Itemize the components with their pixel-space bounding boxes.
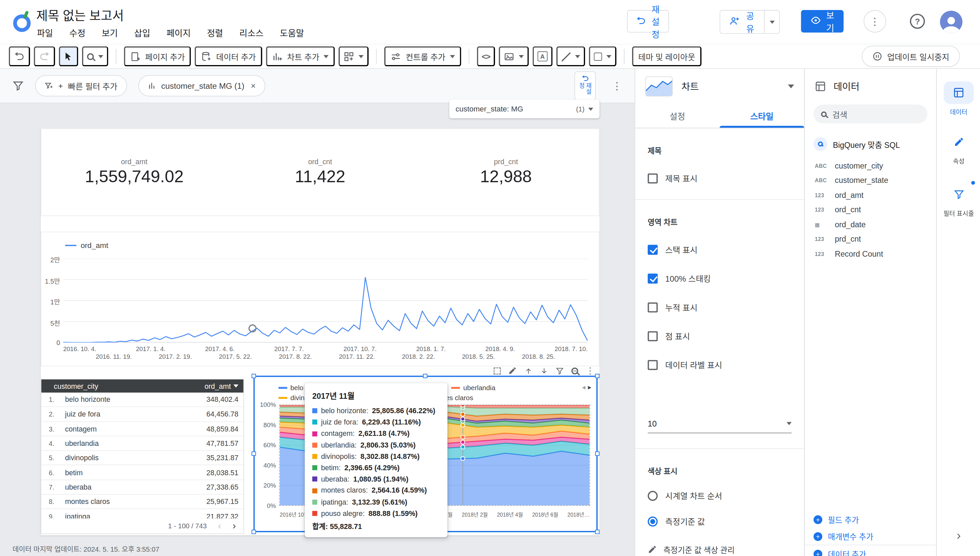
tab-setup[interactable]: 설정 bbox=[635, 103, 719, 128]
filter-icon[interactable] bbox=[556, 367, 564, 375]
field-row[interactable]: 123 prd_cnt bbox=[809, 232, 932, 247]
edit-pencil-icon[interactable] bbox=[508, 367, 517, 375]
report-title[interactable]: 제목 없는 보고서 bbox=[36, 6, 124, 24]
resize-handle[interactable] bbox=[595, 530, 600, 534]
legend-next-icon[interactable]: ▸ bbox=[588, 383, 592, 391]
table-row[interactable]: 4. uberlandia 47,781.57 bbox=[41, 436, 243, 451]
move-down-icon[interactable] bbox=[540, 367, 548, 375]
series-limit-select[interactable]: 10 bbox=[648, 414, 792, 433]
field-row[interactable]: 123 ord_cnt bbox=[809, 202, 932, 217]
redo-button[interactable] bbox=[34, 46, 55, 66]
add-text-button[interactable]: A bbox=[532, 46, 552, 66]
radio-button[interactable] bbox=[648, 491, 658, 501]
resize-handle[interactable] bbox=[251, 451, 256, 456]
checkbox[interactable] bbox=[648, 302, 658, 312]
color-radio-row[interactable]: 측정기준 값 bbox=[648, 515, 792, 527]
field-row[interactable]: ABC customer_state bbox=[809, 173, 932, 188]
field-row[interactable]: 123 Record Count bbox=[809, 247, 932, 261]
tab-style[interactable]: 스타일 bbox=[720, 103, 804, 128]
prev-page-icon[interactable]: ‹ bbox=[218, 520, 221, 532]
resize-handle[interactable] bbox=[423, 374, 427, 378]
filter-chip-customer-state[interactable]: customer_state MG (1) × bbox=[138, 75, 265, 97]
menu-item[interactable]: 도움말 bbox=[280, 26, 304, 39]
manage-dimension-colors[interactable]: 측정기준 값 색상 관리 bbox=[648, 543, 792, 555]
resize-handle[interactable] bbox=[251, 530, 256, 534]
theme-layout-button[interactable]: 테마 및 레이아웃 bbox=[632, 46, 701, 66]
table-row[interactable]: 6. betim 28,038.51 bbox=[41, 465, 243, 480]
user-avatar[interactable] bbox=[940, 11, 963, 33]
data-source-row[interactable]: BigQuery 맞춤 SQL bbox=[805, 137, 936, 151]
radio-button[interactable] bbox=[648, 516, 658, 526]
field-row[interactable]: 123 ord_amt bbox=[809, 188, 932, 202]
chevron-down-icon[interactable] bbox=[788, 84, 794, 88]
column-header-city[interactable]: customer_city bbox=[41, 382, 205, 390]
menu-item[interactable]: 삽입 bbox=[134, 26, 150, 39]
checkbox[interactable] bbox=[648, 273, 658, 283]
table-row[interactable]: 1. belo horizonte 348,402.4 bbox=[41, 393, 243, 407]
city-table[interactable]: customer_city ord_amt 1. belo horizonte … bbox=[41, 379, 244, 534]
add-field-button[interactable]: + 필드 추가 bbox=[814, 511, 927, 528]
scorecard[interactable]: ord_cnt 11,422 bbox=[227, 129, 413, 215]
timeseries-chart[interactable]: ord_amt 2만1.5만1만5천0 2016. 10. 4.2017. 1.… bbox=[41, 232, 600, 366]
table-row[interactable]: 3. contagem 48,859.84 bbox=[41, 422, 243, 436]
checkbox[interactable] bbox=[648, 331, 658, 341]
color-radio-row[interactable]: 시계열 차트 순서 bbox=[648, 490, 792, 502]
resize-handle[interactable] bbox=[251, 374, 256, 378]
zoom-out-icon[interactable] bbox=[571, 367, 579, 374]
reset-button[interactable]: 재설정 bbox=[627, 10, 669, 33]
collapse-panel-icon[interactable]: › bbox=[937, 528, 980, 543]
share-button[interactable]: 공유 bbox=[720, 11, 764, 33]
table-row[interactable]: 7. uberaba 27,338.65 bbox=[41, 480, 243, 495]
field-row[interactable]: ▦ ord_date bbox=[809, 217, 932, 232]
add-data-button[interactable]: 데이터 추가 bbox=[195, 46, 262, 66]
menu-item[interactable]: 정렬 bbox=[207, 26, 223, 39]
menu-item[interactable]: 파일 bbox=[37, 26, 53, 39]
next-page-icon[interactable]: › bbox=[232, 520, 236, 532]
add-community-visualization-button[interactable] bbox=[339, 46, 369, 66]
move-up-icon[interactable] bbox=[524, 367, 532, 375]
checkbox[interactable] bbox=[648, 173, 658, 183]
table-row[interactable]: 2. juiz de fora 64,456.78 bbox=[41, 407, 243, 422]
add-image-button[interactable] bbox=[499, 46, 529, 66]
view-button[interactable]: 보기 bbox=[801, 10, 844, 33]
legend-prev-icon[interactable]: ◂ bbox=[582, 383, 585, 391]
table-row[interactable]: 8. montes claros 25,967.15 bbox=[41, 495, 243, 509]
more-options-button[interactable]: ⋮ bbox=[864, 10, 886, 33]
add-shape-button[interactable] bbox=[589, 46, 616, 66]
rail-item-properties[interactable]: 속성 bbox=[937, 130, 980, 165]
add-data-button[interactable]: + 데이터 추가 bbox=[814, 545, 927, 556]
filter-reset-button[interactable]: 재설정 bbox=[574, 71, 596, 100]
menu-item[interactable]: 보기 bbox=[102, 26, 118, 39]
customer-state-control[interactable]: customer_state: MG (1) bbox=[449, 99, 600, 118]
scorecard[interactable]: ord_amt 1,559,749.02 bbox=[41, 129, 227, 215]
style-checkbox-row[interactable]: 점 표시 bbox=[648, 330, 792, 342]
zoom-tool-button[interactable] bbox=[82, 46, 108, 66]
checkbox[interactable] bbox=[648, 360, 658, 370]
menu-item[interactable]: 페이지 bbox=[166, 26, 190, 39]
pause-updates-button[interactable]: 업데이트 일시중지 bbox=[862, 46, 960, 67]
undo-button[interactable] bbox=[9, 46, 30, 66]
report-canvas[interactable]: customer_state: MG (1) ord_amt 1,559,749… bbox=[0, 103, 634, 556]
share-dropdown-button[interactable] bbox=[764, 11, 779, 33]
kebab-menu-icon[interactable]: ⋮ bbox=[586, 366, 595, 376]
rail-item-filter-bar[interactable]: 필터 표시줄 bbox=[937, 183, 980, 218]
add-page-button[interactable]: 페이지 추가 bbox=[124, 46, 191, 66]
add-control-button[interactable]: 컨트롤 추가 bbox=[384, 46, 461, 66]
add-line-button[interactable] bbox=[556, 46, 585, 66]
show-title-option[interactable]: 제목 표시 bbox=[648, 172, 792, 184]
scorecard[interactable]: prd_cnt 12,988 bbox=[413, 129, 599, 215]
marquee-select-icon[interactable] bbox=[494, 367, 501, 374]
style-checkbox-row[interactable]: 데이터 라벨 표시 bbox=[648, 359, 792, 371]
checkbox[interactable] bbox=[648, 245, 658, 255]
table-row[interactable]: 5. divinopolis 35,231.87 bbox=[41, 451, 243, 465]
menu-item[interactable]: 수정 bbox=[69, 26, 85, 39]
help-button[interactable]: ? bbox=[910, 14, 925, 29]
add-chart-button[interactable]: 차트 추가 bbox=[266, 46, 335, 66]
resize-handle[interactable] bbox=[595, 374, 600, 378]
rail-item-data[interactable]: 데이터 bbox=[937, 81, 980, 116]
menu-item[interactable]: 리소스 bbox=[240, 26, 264, 39]
column-header-amount[interactable]: ord_amt bbox=[205, 382, 243, 390]
quick-filter-add-chip[interactable]: + 빠른 필터 추가 bbox=[35, 75, 127, 97]
add-parameter-button[interactable]: + 매개변수 추가 bbox=[814, 528, 927, 545]
select-tool-button[interactable] bbox=[59, 46, 78, 66]
